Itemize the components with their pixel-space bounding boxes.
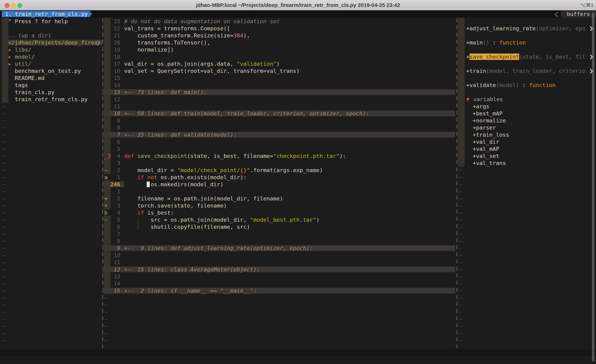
line-number[interactable]: 9 [110,245,120,252]
code-line[interactable]: def save_checkpoint(state, is_best, file… [124,153,454,160]
code-line[interactable]: shutil.copyfile(filename, src) [124,223,454,230]
variables-collapse-triangle-icon[interactable]: ▼ [466,96,469,103]
line-number[interactable]: 2 [110,167,120,174]
buffers-label[interactable]: buffers [561,10,596,18]
line-number[interactable]: 13 [110,89,120,96]
folded-code-line[interactable]: +-- 15 lines: class AverageMeter(object)… [124,266,454,273]
line-number[interactable]: 22 [110,25,120,32]
folded-code-line[interactable]: +-- 35 lines: def validate(model): [124,131,454,138]
tree-item-util[interactable]: ▸ util/ [8,60,102,67]
line-number[interactable]: 13 [110,273,120,280]
line-number[interactable]: 4 [110,209,120,216]
code-line[interactable] [124,160,454,167]
code-line[interactable] [124,81,454,89]
code-line[interactable] [124,124,454,131]
line-number[interactable]: 8 [110,124,120,131]
line-number[interactable]: 9 [110,117,120,124]
tagbar-var-args[interactable]: +args [473,103,489,110]
line-number[interactable]: 19 [110,46,120,53]
tagbar-var-best_mAP[interactable]: +best_mAP [473,110,503,117]
tree-item-benchmark_on_testpy[interactable]: benchmark_on_test.py [8,67,102,74]
tagbar-var-val_set[interactable]: +val_set [473,153,499,160]
folded-code-line[interactable]: +-- 9 lines: def adjust_learning_rate(op… [124,245,454,252]
line-number[interactable]: 10 [110,252,120,259]
folded-code-line[interactable]: +-- 2 lines: if __name__ == "__main__": [124,287,454,294]
folded-code-line[interactable]: +-- 73 lines: def main(): [124,89,454,96]
code-line[interactable] [124,280,454,287]
code-line[interactable]: torch.save(state, filename) [124,202,454,209]
code-line[interactable] [124,273,454,280]
tagbar-function-line[interactable]: +main() : function [466,39,592,46]
line-number[interactable]: 3 [110,160,120,167]
code-line[interactable] [124,230,454,237]
code-line[interactable]: val_set = QuerySet(root=val_dir, transfo… [124,67,454,74]
code-line[interactable] [124,103,454,110]
code-line[interactable] [124,188,454,195]
tagbar-var-train_loss[interactable]: +train_loss [473,131,509,138]
code-line[interactable]: # do not do data augmentation on validat… [124,18,454,25]
line-number[interactable]: 5 [110,145,120,153]
tagbar-function-line[interactable]: +adjust_learning_rate(optimizer, epo [466,25,592,32]
tree-item-libs[interactable]: ▸ libs/ [8,46,102,53]
tagbar-function-line[interactable]: +train(model, train_loader, criterio [466,67,592,74]
line-number[interactable]: 17 [110,60,120,67]
line-number[interactable]: 5 [110,216,120,223]
code-line[interactable]: transforms.ToTensor(), [124,39,454,46]
code-line[interactable]: val_trans = transforms.Compose([ [124,25,454,32]
line-number[interactable]: 6 [110,138,120,145]
code-line[interactable] [124,237,454,245]
line-number[interactable]: 12 [110,96,120,103]
tree-item-model[interactable]: ▸ model/ [8,53,102,60]
tree-item-tags[interactable]: tags [8,81,102,89]
tree-item-train_clspy[interactable]: train_cls.py [8,89,102,96]
line-number[interactable]: 11 [110,103,120,110]
code-line[interactable]: os.makedirs(model_dir) [124,181,454,188]
scrollbar[interactable] [592,12,594,362]
tagbar-function-line[interactable]: +save_checkpoint(state, is_best, fil [466,53,592,60]
line-number[interactable]: 4 [110,153,120,160]
line-number[interactable]: 8 [110,237,120,245]
tagbar-var-val_trans[interactable]: +val_trans [473,160,506,167]
code-line[interactable]: custom_transform.Resize(size=384), [124,32,454,39]
tagbar-var-normalize[interactable]: +normalize [473,117,506,124]
line-number[interactable]: 21 [110,32,120,39]
line-number[interactable]: 14 [110,280,120,287]
code-line[interactable] [124,145,454,153]
line-number[interactable]: 3 [110,202,120,209]
code-line[interactable] [124,117,454,124]
folded-code-line[interactable]: +-- 50 lines: def train(model, train_loa… [124,110,454,117]
tagbar-var-parser[interactable]: +parser [473,124,496,131]
tree-root-path[interactable]: </jdhao/Projects/deep_firear [8,39,102,46]
code-line[interactable]: normalize]) [124,46,454,53]
line-number[interactable]: 2 [110,195,120,202]
code-line[interactable] [124,53,454,60]
tagbar-kind-variables[interactable]: variables [473,96,503,103]
code-line[interactable] [124,259,454,266]
line-number[interactable]: 7 [110,230,120,237]
line-number[interactable]: 15 [110,287,120,294]
tree-item-READMEmd[interactable]: README.md [8,74,102,81]
line-number[interactable]: 16 [110,67,120,74]
code-line[interactable] [124,252,454,259]
tree-item-train_retr_from_clspy[interactable]: train_retr_from_cls.py [8,96,102,103]
line-number[interactable]: 6 [110,223,120,230]
tagbar-var-val_dir[interactable]: +val_dir [473,138,499,145]
vim-command-line[interactable] [0,356,596,364]
line-number[interactable]: 15 [110,74,120,81]
code-line[interactable] [124,96,454,103]
tagbar-var-val_mAP[interactable]: +val_mAP [473,145,499,153]
code-line[interactable]: if not os.path.exists(model_dir): [124,174,454,181]
line-number[interactable]: 20 [110,39,120,46]
line-number[interactable]: 11 [110,259,120,266]
line-number[interactable]: 10 [110,110,120,117]
code-line[interactable]: filename = os.path.join(model_dir, filen… [124,195,454,202]
line-number[interactable]: 18 [110,53,120,60]
line-number[interactable]: 14 [110,81,120,89]
code-line[interactable]: if is_best: [124,209,454,216]
code-line[interactable]: model_dir = "model/check_point/{}".forma… [124,167,454,174]
line-number[interactable]: 7 [110,131,120,138]
code-line[interactable]: src = os.path.join(model_dir, "model_bes… [124,216,454,223]
code-line[interactable] [124,74,454,81]
tagbar-function-line[interactable]: +validate(model) : function [466,81,592,89]
active-line-number[interactable]: 246 [110,181,120,188]
